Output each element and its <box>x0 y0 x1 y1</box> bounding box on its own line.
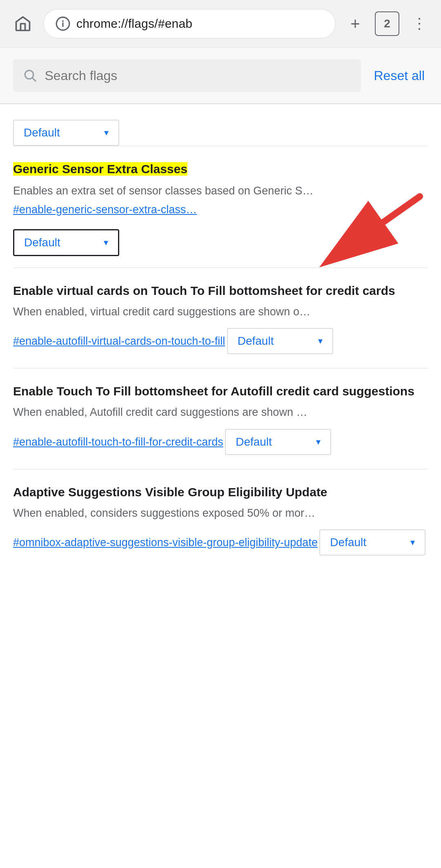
svg-line-6 <box>330 196 420 260</box>
dropdown-button-virtual[interactable]: Default ▾ <box>227 328 333 354</box>
dropdown-button-touch[interactable]: Default ▾ <box>225 429 331 455</box>
flag-link[interactable]: #omnibox-adaptive-suggestions-visible-gr… <box>13 536 318 549</box>
chevron-down-icon: ▾ <box>318 336 323 346</box>
dropdown-wrap-virtual: Default ▾ <box>227 328 333 354</box>
address-text: chrome://flags/#enab <box>76 17 192 31</box>
info-icon <box>55 16 71 31</box>
search-bar-section: Reset all <box>0 48 441 104</box>
flag-title: Enable Touch To Fill bottomsheet for Aut… <box>13 383 428 399</box>
dropdown-label: Default <box>236 435 272 449</box>
dropdown-label: Default <box>24 236 60 249</box>
flag-description: When enabled, virtual credit card sugges… <box>13 303 428 320</box>
dropdown-button-top[interactable]: Default ▾ <box>13 120 119 146</box>
flags-list: Default ▾ Generic Sensor Extra Classes E… <box>0 104 441 569</box>
flag-title: Enable virtual cards on Touch To Fill bo… <box>13 283 428 299</box>
home-button[interactable] <box>10 11 36 37</box>
dropdown-wrap: Default ▾ <box>13 120 119 146</box>
flag-entry-top-default: Default ▾ <box>13 104 428 146</box>
search-icon <box>23 68 37 83</box>
search-input[interactable] <box>45 68 351 83</box>
flag-link[interactable]: #enable-autofill-touch-to-fill-for-credi… <box>13 436 223 449</box>
dropdown-button-sensor[interactable]: Default ▾ <box>13 229 119 256</box>
flag-entry-generic-sensor: Generic Sensor Extra Classes Enables an … <box>13 146 428 268</box>
reset-all-button[interactable]: Reset all <box>371 68 428 83</box>
top-bar: chrome://flags/#enab + 2 ⋮ <box>0 0 441 48</box>
red-arrow-annotation <box>281 188 436 278</box>
flag-link[interactable]: #enable-generic-sensor-extra-class… <box>13 203 197 216</box>
dropdown-label: Default <box>330 536 366 549</box>
new-tab-button[interactable]: + <box>343 11 368 36</box>
address-bar[interactable]: chrome://flags/#enab <box>43 9 336 38</box>
chevron-down-icon: ▾ <box>104 237 108 248</box>
flag-description: Enables an extra set of sensor classes b… <box>13 183 428 199</box>
dropdown-label: Default <box>238 335 274 348</box>
menu-button[interactable]: ⋮ <box>407 11 431 36</box>
dropdown-wrap-sensor: Default ▾ <box>13 229 119 256</box>
flag-link[interactable]: #enable-autofill-virtual-cards-on-touch-… <box>13 335 225 348</box>
flag-title: Adaptive Suggestions Visible Group Eligi… <box>13 484 428 500</box>
flag-entry-adaptive-suggestions: Adaptive Suggestions Visible Group Eligi… <box>13 469 428 570</box>
dropdown-wrap-adaptive: Default ▾ <box>319 529 425 556</box>
chevron-down-icon: ▾ <box>410 537 415 548</box>
svg-line-4 <box>32 78 36 81</box>
dropdown-wrap-touch: Default ▾ <box>225 429 331 455</box>
flag-title-wrap: Generic Sensor Extra Classes <box>13 161 428 177</box>
flag-entry-virtual-cards: Enable virtual cards on Touch To Fill bo… <box>13 268 428 369</box>
flag-description: When enabled, Autofill credit card sugge… <box>13 404 428 421</box>
flag-title: Generic Sensor Extra Classes <box>13 162 187 176</box>
tab-switcher-button[interactable]: 2 <box>375 11 399 36</box>
search-input-wrap[interactable] <box>13 59 361 92</box>
dropdown-label: Default <box>24 126 60 139</box>
chevron-down-icon: ▾ <box>316 437 321 447</box>
dropdown-button-adaptive[interactable]: Default ▾ <box>319 529 425 556</box>
chevron-down-icon: ▾ <box>104 127 109 138</box>
flag-entry-touch-to-fill: Enable Touch To Fill bottomsheet for Aut… <box>13 368 428 469</box>
flag-description: When enabled, considers suggestions expo… <box>13 505 428 522</box>
